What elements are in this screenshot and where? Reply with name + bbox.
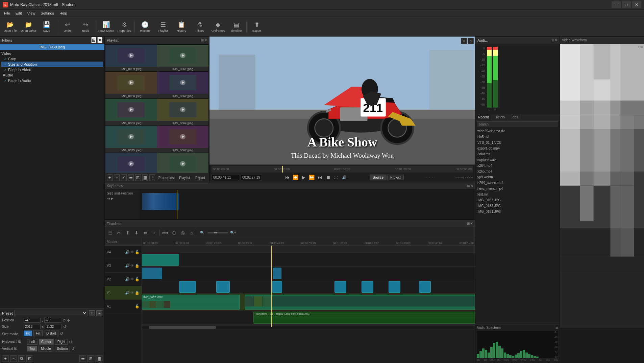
filter-copy-button[interactable]: ⧉: [18, 355, 25, 362]
tl-add-track-button[interactable]: +: [150, 229, 158, 237]
filter-vert-reset-button[interactable]: ↺: [71, 346, 75, 351]
v1-visible-icon[interactable]: 👁: [130, 291, 134, 295]
scroll-thumb[interactable]: [149, 326, 216, 329]
tab-jobs[interactable]: Jobs: [508, 114, 521, 120]
tl-toggle-scrub-button[interactable]: ◎: [179, 229, 187, 237]
tl-toggle-zoom-button[interactable]: ⌕: [188, 229, 196, 237]
keyframes-button[interactable]: ◆ Keyframes: [209, 18, 227, 35]
v3-visible-icon[interactable]: 👁: [130, 264, 134, 268]
history-button[interactable]: 📋 History: [173, 18, 190, 35]
open-other-button[interactable]: 📁 Open Other: [20, 18, 37, 35]
playlist-expand-button[interactable]: ⊞: [201, 38, 204, 42]
tl-zoom-in-button[interactable]: 🔍+: [229, 229, 237, 237]
maximize-button[interactable]: □: [622, 1, 631, 8]
filter-item-crop[interactable]: ✓ Crop: [1, 56, 103, 62]
spectrum-expand-button[interactable]: ⊞: [555, 326, 558, 330]
filter-horiz-reset-button[interactable]: ↺: [69, 340, 72, 344]
playlist-item-5[interactable]: IMG_0064.jpeg: [157, 99, 208, 126]
playlist-button[interactable]: ☰ Playlist: [154, 18, 172, 35]
export-button[interactable]: ⬆ Export: [248, 18, 266, 35]
filter-position-reset-button[interactable]: ↺: [63, 318, 66, 323]
filter-add-button[interactable]: +: [2, 355, 9, 362]
v1-audio-icon[interactable]: 🔊: [125, 291, 130, 295]
v2-clip-2[interactable]: [216, 281, 230, 293]
recent-file-item-7[interactable]: x265.mp4: [475, 168, 560, 174]
v2-clip-1[interactable]: [179, 281, 196, 293]
recent-file-item-12[interactable]: IMG_0187.JPG: [475, 197, 560, 203]
undo-button[interactable]: ↩ Undo: [58, 18, 76, 35]
keyframes-close-button[interactable]: ✕: [470, 184, 473, 188]
video-volume-button[interactable]: 🔊: [341, 174, 348, 181]
v2-clip-4[interactable]: [335, 281, 346, 293]
filter-item-fade-audio[interactable]: ✓ Fade In Audio: [1, 78, 103, 83]
filter-position-x-input[interactable]: [24, 318, 41, 323]
v4-visible-icon[interactable]: 👁: [130, 250, 134, 254]
v1-clip-2[interactable]: [245, 295, 475, 310]
playlist-remove-button[interactable]: −: [114, 174, 120, 181]
v2-clip-5[interactable]: [362, 281, 373, 293]
recent-file-item-2[interactable]: VTS_01_1.VOB: [475, 140, 560, 145]
playlist-detail-view-button[interactable]: ▦: [142, 174, 148, 181]
recent-file-item-11[interactable]: test.mlt: [475, 191, 560, 197]
playlist-close-button[interactable]: ✕: [204, 38, 207, 42]
playlist-add-button[interactable]: +: [107, 174, 113, 181]
filter-fill-button[interactable]: Fill: [33, 331, 43, 336]
video-skip-start-button[interactable]: ⏮: [284, 174, 291, 181]
video-project-button[interactable]: Project: [387, 175, 404, 180]
playlist-item-7[interactable]: IMG_0067.jpeg: [157, 126, 208, 153]
v4-clip-1[interactable]: [142, 254, 179, 266]
filter-remove-preset-button[interactable]: −: [96, 310, 102, 316]
save-button[interactable]: 💾 Save: [38, 18, 55, 35]
v2-clip-7[interactable]: [419, 281, 431, 293]
timeline-button[interactable]: ▤ Timeline: [227, 18, 245, 35]
v3-audio-icon[interactable]: 🔊: [125, 264, 130, 268]
playlist-item-8[interactable]: IMG_0066.MOV: [105, 153, 157, 173]
video-timebar[interactable]: 00:00:00:00 00:00:30:00 00:01:00:00 00:0…: [212, 166, 473, 173]
filter-item-size-position[interactable]: ✓ Size and Position: [1, 62, 103, 67]
recent-file-item-3[interactable]: export.job.mp4: [475, 145, 560, 151]
minimize-button[interactable]: ─: [612, 1, 621, 8]
filter-left-button[interactable]: Left: [27, 339, 38, 345]
filter-right-button[interactable]: Right: [55, 339, 68, 345]
tl-menu-button[interactable]: ☰: [106, 229, 114, 237]
a1-clip-1[interactable]: Pachyderm_-_13_-_Happy_Song_Instrumental…: [253, 312, 475, 324]
filter-fit-button[interactable]: Fit: [24, 331, 32, 336]
filter-middle-button[interactable]: Middle: [39, 346, 53, 351]
playlist-item-4[interactable]: IMG_0063.jpeg: [105, 99, 157, 126]
v1-main-clip[interactable]: IMG_0057.MOV: [142, 295, 240, 310]
filter-top-button[interactable]: Top: [27, 346, 37, 351]
filter-item-fade-video[interactable]: ✓ Fade In Video: [1, 67, 103, 72]
playlist-more-button[interactable]: ⋮: [149, 174, 155, 181]
video-source-button[interactable]: Source: [370, 175, 387, 180]
video-prev-frame-button[interactable]: ⏪: [292, 174, 299, 181]
menu-settings[interactable]: Settings: [38, 10, 57, 16]
filters-button[interactable]: ⚗ Filters: [191, 18, 208, 35]
filter-view-grid-button[interactable]: ⊞: [88, 355, 94, 362]
v3-lock-icon[interactable]: 🔒: [135, 264, 140, 268]
playlist-item-0[interactable]: IMG_0059.jpeg: [105, 45, 157, 71]
tl-ripple-delete-button[interactable]: ⬅: [141, 229, 149, 237]
playlist-item-1[interactable]: IMG_0061.jpeg: [157, 45, 208, 71]
filter-delete-button[interactable]: −: [10, 355, 17, 362]
recent-file-item-10[interactable]: hevc_nvenc.mp4: [475, 186, 560, 191]
keyframes-timeline[interactable]: [140, 190, 475, 219]
video-next-frame-button[interactable]: ⏩: [308, 174, 316, 181]
playlist-grid-view-button[interactable]: ⊞: [135, 174, 141, 181]
recent-file-item-9[interactable]: h264_nvenc.mp4: [475, 180, 560, 186]
playlist-export-link[interactable]: Export: [193, 175, 207, 180]
playlist-confirm-button[interactable]: ✓: [121, 174, 127, 181]
filter-bottom-button[interactable]: Bottom: [55, 346, 70, 351]
filter-view-list-button[interactable]: ☰: [79, 355, 86, 362]
video-close-button[interactable]: ✕: [468, 38, 474, 44]
recent-file-item-14[interactable]: IMG_0181.JPG: [475, 209, 560, 214]
video-skip-end-button[interactable]: ⏭: [316, 174, 324, 181]
video-play-button[interactable]: ▶: [300, 174, 307, 181]
recent-file-item-4[interactable]: 3dlut.mlt: [475, 151, 560, 157]
video-current-time-input[interactable]: [212, 175, 239, 180]
v4-lock-icon[interactable]: 🔒: [135, 250, 140, 254]
keyframes-expand-button[interactable]: ⊞: [467, 184, 470, 188]
tab-history[interactable]: History: [492, 114, 508, 120]
recent-file-item-1[interactable]: hin5.avi: [475, 134, 560, 140]
filter-size-w-input[interactable]: [24, 324, 41, 329]
properties-button[interactable]: ⚙ Properties: [116, 18, 133, 35]
